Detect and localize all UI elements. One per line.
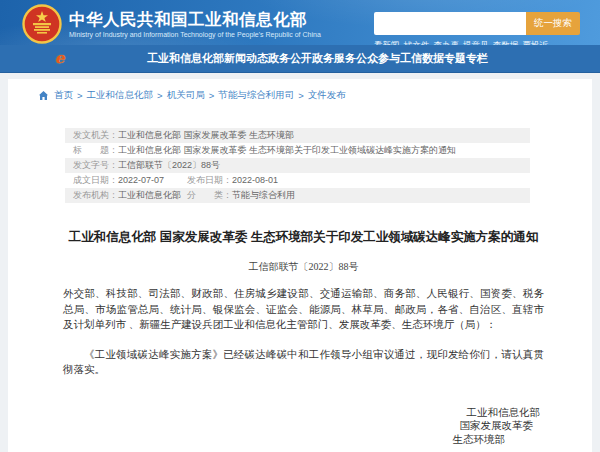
document-title: 工业和信息化部 国家发展改革委 生态环境部关于印发工业领域碳达峰实施方案的通知 — [63, 229, 544, 245]
meta-row-doc-number: 发文字号： 工信部联节〔2022〕88号 — [65, 158, 530, 173]
meta-label: 标 题： — [73, 143, 118, 158]
unified-search-button[interactable]: 统一搜索 — [526, 12, 580, 35]
site-title: 中华人民共和国工业和信息化部 — [69, 10, 321, 30]
nav-item-miit-data[interactable]: 工信数据 — [400, 51, 444, 66]
document-paragraph-addressees: 外交部、科技部、司法部、财政部、住房城乡建设部、交通运输部、商务部、人民银行、国… — [63, 286, 544, 333]
site-header: 中华人民共和国工业和信息化部 Ministry of Industry and … — [0, 0, 600, 45]
breadcrumb-energy-dept[interactable]: 节能与综合利用司 — [218, 89, 294, 102]
meta-value: 2022-07-07 — [118, 173, 164, 188]
meta-label: 发文机关： — [73, 128, 118, 143]
meta-value: 节能与综合利用 — [232, 188, 295, 203]
signature-mee: 生态环境部 — [63, 433, 544, 447]
meta-row-dates: 成文日期： 2022-07-07 发布日期： 2022-08-01 — [65, 173, 530, 188]
site-brand: 中华人民共和国工业和信息化部 Ministry of Industry and … — [0, 0, 321, 45]
breadcrumb-separator: > — [298, 90, 304, 101]
document-number: 工信部联节〔2022〕88号 — [63, 260, 544, 274]
site-subtitle: Ministry of Industry and Information Tec… — [69, 31, 321, 38]
breadcrumb: 首页 > 工业和信息化部 > 机关司局 > 节能与综合利用司 > 文件发布 — [38, 89, 592, 102]
nav-item-gov-disclosure[interactable]: 政务公开 — [268, 51, 312, 66]
meta-label: 发布机构： — [73, 188, 118, 203]
signature-miit: 工业和信息化部 — [63, 406, 544, 420]
meta-label: 发布日期： — [187, 173, 232, 188]
content-background: 首页 > 工业和信息化部 > 机关司局 > 节能与综合利用司 > 文件发布 发文… — [0, 73, 600, 452]
breadcrumb-file-release[interactable]: 文件发布 — [308, 89, 346, 102]
breadcrumb-departments[interactable]: 机关司局 — [167, 89, 205, 102]
meta-value: 工业和信息化部 国家发展改革委 生态环境部关于印发工业领域碳达峰实施方案的通知 — [118, 143, 456, 158]
signature-ndrc: 国家发展改革委 — [63, 419, 544, 433]
document-paragraph-main: 《工业领域碳达峰实施方案》已经碳达峰碳中和工作领导小组审议通过，现印发给你们，请… — [63, 347, 544, 378]
breadcrumb-ministry[interactable]: 工业和信息化部 — [87, 89, 154, 102]
breadcrumb-home[interactable]: 首页 — [54, 89, 73, 102]
meta-label: 成文日期： — [73, 173, 118, 188]
meta-label: 分 类： — [187, 188, 232, 203]
breadcrumb-separator: > — [157, 90, 163, 101]
page: 中华人民共和国工业和信息化部 Ministry of Industry and … — [0, 0, 600, 452]
breadcrumb-separator: > — [77, 90, 83, 101]
site-title-block: 中华人民共和国工业和信息化部 Ministry of Industry and … — [69, 7, 321, 38]
main-nav: e 工业和信息化部 新闻动态 政务公开 政务服务 公众参与 工信数据 专题专栏 — [0, 45, 600, 73]
meta-row-title: 标 题： 工业和信息化部 国家发展改革委 生态环境部关于印发工业领域碳达峰实施方… — [65, 143, 530, 158]
content-card: 首页 > 工业和信息化部 > 机关司局 > 节能与综合利用司 > 文件发布 发文… — [8, 79, 592, 452]
meta-row-publisher-category: 发布机构： 工业和信息化部 分 类： 节能与综合利用 — [65, 188, 530, 203]
meta-value: 工业和信息化部 国家发展改革委 生态环境部 — [118, 128, 294, 143]
meta-row-issuing-agency: 发文机关： 工业和信息化部 国家发展改革委 生态环境部 — [65, 128, 530, 143]
breadcrumb-separator: > — [209, 90, 215, 101]
miit-e-logo-icon: e — [55, 49, 65, 67]
meta-label: 发文字号： — [73, 158, 118, 173]
document-body: 工业和信息化部 国家发展改革委 生态环境部关于印发工业领域碳达峰实施方案的通知 … — [8, 229, 592, 452]
nav-item-special-topics[interactable]: 专题专栏 — [444, 51, 488, 66]
search-input[interactable] — [374, 12, 526, 35]
nav-item-news[interactable]: 新闻动态 — [224, 51, 268, 66]
nav-item-ministry[interactable]: 工业和信息化部 — [147, 51, 224, 66]
nav-item-public-participation[interactable]: 公众参与 — [356, 51, 400, 66]
meta-value: 工业和信息化部 — [118, 188, 181, 203]
meta-value: 工信部联节〔2022〕88号 — [118, 158, 220, 173]
header-search-area: 统一搜索 看新闻 找文件 查办事 提意见 查数据 要投诉 — [374, 0, 580, 45]
national-emblem-icon — [22, 4, 62, 44]
document-meta-table: 发文机关： 工业和信息化部 国家发展改革委 生态环境部 标 题： 工业和信息化部… — [65, 128, 530, 203]
nav-item-gov-services[interactable]: 政务服务 — [312, 51, 356, 66]
home-icon — [38, 90, 49, 101]
meta-value: 2022-08-01 — [232, 173, 278, 188]
